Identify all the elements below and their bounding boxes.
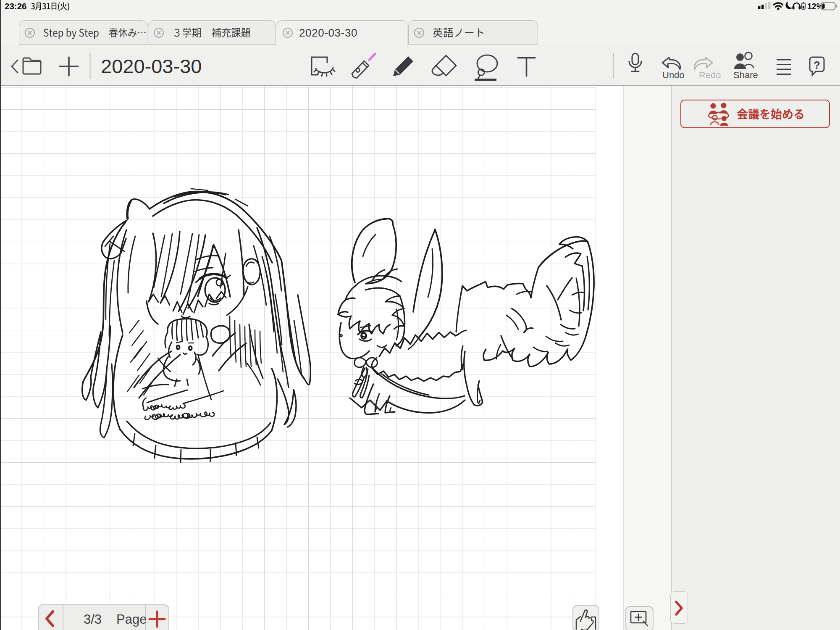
svg-text:Share: Share bbox=[733, 70, 758, 80]
svg-text:2020-03-30: 2020-03-30 bbox=[299, 26, 357, 39]
svg-text:3/3: 3/3 bbox=[84, 612, 102, 627]
svg-text:Undo: Undo bbox=[662, 70, 685, 80]
svg-text:Page: Page bbox=[116, 612, 147, 627]
svg-text:2020-03-30: 2020-03-30 bbox=[101, 55, 202, 77]
svg-text:?: ? bbox=[814, 59, 820, 71]
svg-text:23:26: 23:26 bbox=[5, 1, 26, 11]
svg-text:Redo: Redo bbox=[699, 70, 721, 80]
